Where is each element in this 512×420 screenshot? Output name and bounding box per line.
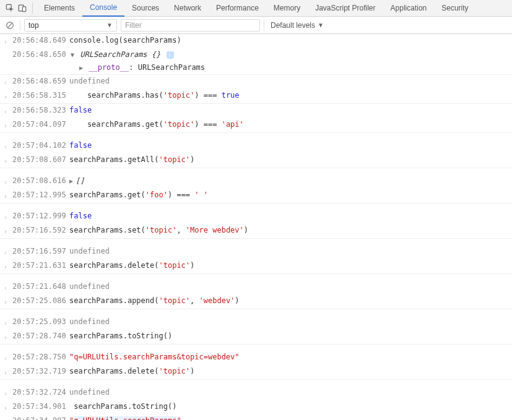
timestamp: 20:57:12.995 <box>12 189 69 201</box>
console-output-row[interactable]: 20:57:34.907"q=URLUtils.searchParams" <box>0 414 512 420</box>
console-message-text: searchParams.append('topic', 'webdev') <box>69 294 508 307</box>
timestamp: 20:57:08.616 <box>12 174 69 187</box>
console-input-row[interactable]: 20:57:34.901 searchParams.toString() <box>0 400 512 414</box>
input-chevron-icon <box>4 89 12 103</box>
execution-context-select[interactable]: top ▼ <box>24 19 117 32</box>
timestamp: 20:57:21.631 <box>12 259 69 272</box>
output-chevron-icon <box>4 386 12 400</box>
output-chevron-icon <box>4 414 12 420</box>
devtools-tabbar: ElementsConsoleSourcesNetworkPerformance… <box>0 0 512 17</box>
console-input-row[interactable]: 20:57:16.592searchParams.set('topic', 'M… <box>0 224 512 239</box>
clear-console-icon[interactable] <box>4 19 16 32</box>
tab-performance[interactable]: Performance <box>209 0 266 17</box>
console-input-row[interactable]: 20:57:28.740searchParams.toString() <box>0 330 512 345</box>
toolbar-divider <box>264 20 264 31</box>
input-chevron-icon <box>4 365 12 379</box>
console-message-text: searchParams.delete('topic') <box>69 259 508 272</box>
filter-input[interactable] <box>121 19 260 32</box>
tab-network[interactable]: Network <box>167 0 209 17</box>
console-message-text: searchParams.get('foo') === ' ' <box>69 189 508 201</box>
timestamp: 20:56:58.315 <box>12 89 69 101</box>
execution-context-label: top <box>28 21 39 30</box>
output-chevron-icon <box>4 139 12 153</box>
console-input-row[interactable]: 20:57:21.631searchParams.delete('topic') <box>0 259 512 274</box>
console-message-text: console.log(searchParams) <box>69 34 508 46</box>
object-expander-icon[interactable]: ▶ <box>78 62 84 74</box>
tab-elements[interactable]: Elements <box>37 0 82 17</box>
tab-console[interactable]: Console <box>82 0 124 17</box>
console-spacer <box>0 309 512 315</box>
console-output-row[interactable]: 20:57:28.750"q=URLUtils.searchParams&top… <box>0 351 512 365</box>
console-message-text: "q=URLUtils.searchParams" <box>69 414 508 420</box>
console-spacer <box>0 204 512 210</box>
console-message-text: undefined <box>69 280 508 293</box>
console-message-text: false <box>69 104 508 116</box>
console-message-text: false <box>69 139 508 152</box>
console-input-row[interactable]: 20:57:12.995searchParams.get('foo') === … <box>0 189 512 204</box>
console-input-row[interactable]: 20:56:58.315 searchParams.has('topic') =… <box>0 89 512 104</box>
console-message-text: undefined <box>69 75 508 87</box>
chevron-down-icon: ▼ <box>106 22 113 28</box>
timestamp: 20:57:25.093 <box>12 315 69 328</box>
row-gutter <box>4 48 12 50</box>
console-message-text: ▼ URLSearchParams {} i▶ __proto__: URLSe… <box>69 48 508 74</box>
timestamp: 20:57:16.592 <box>12 224 69 236</box>
timestamp: 20:57:12.999 <box>12 210 69 222</box>
console-log-area[interactable]: 20:56:48.649console.log(searchParams)20:… <box>0 34 512 420</box>
timestamp: 20:57:32.719 <box>12 365 69 377</box>
console-input-row[interactable]: 20:56:48.649console.log(searchParams) <box>0 34 512 48</box>
console-output-row[interactable]: 20:57:16.597undefined <box>0 245 512 259</box>
timestamp: 20:57:21.648 <box>12 280 69 293</box>
output-chevron-icon <box>4 315 12 330</box>
toolbar-divider <box>20 20 20 31</box>
object-expander-icon[interactable]: ▼ <box>69 49 76 61</box>
console-toolbar: top ▼ Default levels ▼ <box>0 17 512 34</box>
console-spacer <box>0 133 512 139</box>
console-output-row[interactable]: 20:57:25.093undefined <box>0 315 512 330</box>
input-chevron-icon <box>4 400 12 414</box>
console-message-text: "q=URLUtils.searchParams&topic=webdev" <box>69 351 508 363</box>
console-message-text: searchParams.set('topic', 'More webdev') <box>69 224 508 236</box>
input-chevron-icon <box>4 34 12 48</box>
tab-application[interactable]: Application <box>383 0 435 17</box>
timestamp: 20:57:08.607 <box>12 153 69 166</box>
input-chevron-icon <box>4 259 12 273</box>
console-output-row[interactable]: 20:56:48.659undefined <box>0 75 512 89</box>
console-output-row[interactable]: 20:57:04.102false <box>0 139 512 153</box>
console-message-text: undefined <box>69 315 508 328</box>
tab-memory[interactable]: Memory <box>266 0 308 17</box>
console-spacer <box>0 380 512 386</box>
output-chevron-icon <box>4 75 12 89</box>
console-output-row[interactable]: 20:57:12.999false <box>0 210 512 224</box>
console-output-row[interactable]: 20:57:08.616▶ [] <box>0 174 512 189</box>
console-input-row[interactable]: 20:57:25.086searchParams.append('topic',… <box>0 294 512 309</box>
tab-sources[interactable]: Sources <box>124 0 167 17</box>
console-output-row[interactable]: 20:57:21.648undefined <box>0 280 512 294</box>
console-input-row[interactable]: 20:57:32.719searchParams.delete('topic') <box>0 365 512 380</box>
timestamp: 20:57:04.097 <box>12 118 69 131</box>
timestamp: 20:56:48.650 <box>12 48 69 61</box>
tab-security[interactable]: Security <box>434 0 475 17</box>
timestamp: 20:56:48.659 <box>12 75 69 87</box>
console-output-row[interactable]: 20:57:32.724undefined <box>0 386 512 400</box>
tab-javascript-profiler[interactable]: JavaScript Profiler <box>308 0 383 17</box>
inspect-icon[interactable] <box>4 2 16 14</box>
input-chevron-icon <box>4 189 12 203</box>
timestamp: 20:56:58.323 <box>12 104 69 116</box>
log-level-select[interactable]: Default levels ▼ <box>268 21 326 30</box>
info-badge-icon[interactable]: i <box>167 51 174 59</box>
console-input-row[interactable]: 20:57:04.097 searchParams.get('topic') =… <box>0 118 512 133</box>
console-output-row[interactable]: 20:56:58.323false <box>0 104 512 118</box>
console-message-text: searchParams.toString() <box>69 330 508 342</box>
output-chevron-icon <box>4 245 12 259</box>
output-chevron-icon <box>4 210 12 224</box>
console-object-row[interactable]: 20:56:48.650▼ URLSearchParams {} i▶ __pr… <box>0 48 512 75</box>
input-chevron-icon <box>4 118 12 132</box>
console-message-text: searchParams.get('topic') === 'api' <box>69 118 508 131</box>
log-level-label: Default levels <box>271 21 315 30</box>
timestamp: 20:57:34.907 <box>12 414 69 420</box>
console-input-row[interactable]: 20:57:08.607searchParams.getAll('topic') <box>0 153 512 168</box>
console-spacer <box>0 345 512 351</box>
device-toolbar-icon[interactable] <box>16 2 28 14</box>
console-message-text: searchParams.delete('topic') <box>69 365 508 377</box>
